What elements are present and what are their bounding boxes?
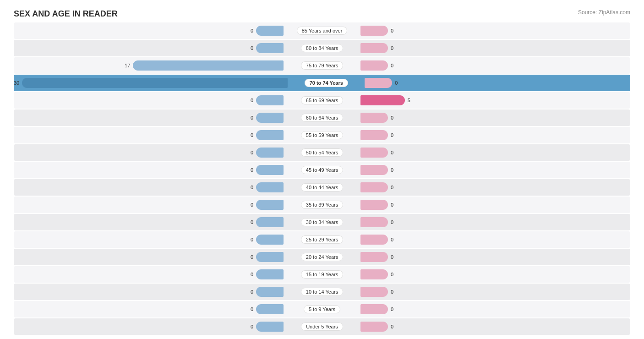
left-side: 0 — [14, 322, 285, 332]
left-side: 0 — [14, 235, 285, 245]
left-side: 0 — [14, 113, 285, 123]
male-bar — [256, 287, 284, 297]
male-bar — [256, 130, 284, 140]
female-bar — [360, 26, 388, 36]
left-side: 30 — [14, 78, 289, 88]
male-bar — [256, 113, 284, 123]
left-side: 0 — [14, 182, 285, 192]
male-bar — [256, 200, 284, 210]
age-label-center: 70 to 74 Years — [289, 80, 363, 86]
female-value: 0 — [391, 202, 393, 208]
age-label-center: 85 Years and over — [285, 28, 359, 33]
age-label-pill: 30 to 34 Years — [301, 218, 343, 226]
male-value: 0 — [251, 324, 253, 329]
age-label-pill: 60 to 64 Years — [301, 114, 343, 122]
right-side: 0 — [359, 287, 630, 297]
age-label-pill: 80 to 84 Years — [301, 44, 343, 52]
chart-container: SEX AND AGE IN READER Source: ZipAtlas.c… — [0, 0, 644, 339]
age-label-center: Under 5 Years — [285, 324, 359, 329]
left-side: 0 — [14, 130, 285, 140]
female-bar — [360, 217, 388, 227]
male-value: 0 — [251, 254, 253, 260]
male-bar — [22, 78, 288, 88]
male-value: 0 — [251, 28, 253, 33]
female-value: 0 — [391, 219, 393, 225]
male-bar — [256, 304, 284, 314]
left-side: 0 — [14, 287, 285, 297]
male-value: 0 — [251, 272, 253, 277]
age-label-pill: 65 to 69 Years — [301, 96, 343, 104]
age-label-center: 65 to 69 Years — [285, 98, 359, 103]
bar-row: 020 to 24 Years0 — [14, 249, 630, 265]
female-bar — [360, 322, 388, 332]
female-value: 0 — [391, 289, 393, 295]
age-label-pill: 5 to 9 Years — [304, 305, 340, 313]
left-side: 0 — [14, 200, 285, 210]
female-bar — [360, 182, 388, 192]
age-label-pill: 75 to 79 Years — [301, 61, 343, 70]
female-value: 0 — [391, 306, 393, 312]
right-side: 0 — [359, 252, 630, 262]
age-label-pill: 70 to 74 Years — [305, 79, 348, 87]
bar-row: 080 to 84 Years0 — [14, 40, 630, 56]
age-label-center: 40 to 44 Years — [285, 185, 359, 190]
right-side: 0 — [359, 43, 630, 53]
female-value: 0 — [391, 150, 393, 155]
left-side: 0 — [14, 95, 285, 105]
female-bar — [360, 304, 388, 314]
female-value: 0 — [391, 237, 393, 242]
male-value: 30 — [14, 80, 19, 86]
right-side: 0 — [359, 26, 630, 36]
age-label-center: 5 to 9 Years — [285, 306, 359, 312]
age-label-center: 75 to 79 Years — [285, 63, 359, 68]
right-side: 5 — [359, 95, 630, 105]
male-value: 17 — [125, 63, 130, 68]
age-label-center: 20 to 24 Years — [285, 254, 359, 260]
female-bar — [360, 130, 388, 140]
bar-row: 0Under 5 Years0 — [14, 318, 630, 335]
age-label-center: 80 to 84 Years — [285, 45, 359, 51]
male-value: 0 — [251, 202, 253, 208]
female-value: 0 — [395, 80, 398, 86]
female-bar — [360, 95, 405, 105]
male-value: 0 — [251, 237, 253, 242]
male-value: 0 — [251, 45, 253, 51]
bar-row: 015 to 19 Years0 — [14, 266, 630, 283]
right-side: 0 — [359, 217, 630, 227]
right-side: 0 — [359, 148, 630, 158]
right-side: 0 — [359, 200, 630, 210]
male-bar — [256, 165, 284, 175]
female-value: 0 — [391, 63, 393, 68]
left-side: 0 — [14, 252, 285, 262]
age-label-center: 45 to 49 Years — [285, 167, 359, 173]
male-bar — [256, 95, 284, 105]
age-label-pill: 55 to 59 Years — [301, 131, 343, 139]
male-bar — [133, 60, 284, 71]
left-side: 0 — [14, 165, 285, 175]
male-value: 0 — [251, 115, 253, 120]
bar-row: 055 to 59 Years0 — [14, 127, 630, 143]
female-bar — [360, 252, 388, 262]
female-bar — [360, 113, 388, 123]
male-value: 0 — [251, 289, 253, 295]
male-value: 0 — [251, 219, 253, 225]
age-label-pill: 20 to 24 Years — [301, 253, 343, 261]
male-bar — [256, 235, 284, 245]
female-value: 0 — [391, 272, 393, 277]
bar-row: 025 to 29 Years0 — [14, 231, 630, 248]
male-bar — [256, 322, 284, 332]
male-bar — [256, 217, 284, 227]
female-value: 0 — [391, 115, 393, 120]
age-label-center: 50 to 54 Years — [285, 150, 359, 155]
right-side: 0 — [359, 322, 630, 332]
bar-row: 050 to 54 Years0 — [14, 144, 630, 161]
age-label-center: 55 to 59 Years — [285, 132, 359, 138]
bar-row: 045 to 49 Years0 — [14, 162, 630, 178]
right-side: 0 — [359, 235, 630, 245]
age-label-pill: 40 to 44 Years — [301, 183, 343, 191]
female-value: 0 — [391, 132, 393, 138]
left-side: 0 — [14, 269, 285, 279]
age-label-pill: 35 to 39 Years — [301, 201, 343, 209]
right-side: 0 — [359, 269, 630, 279]
female-bar — [360, 43, 388, 53]
